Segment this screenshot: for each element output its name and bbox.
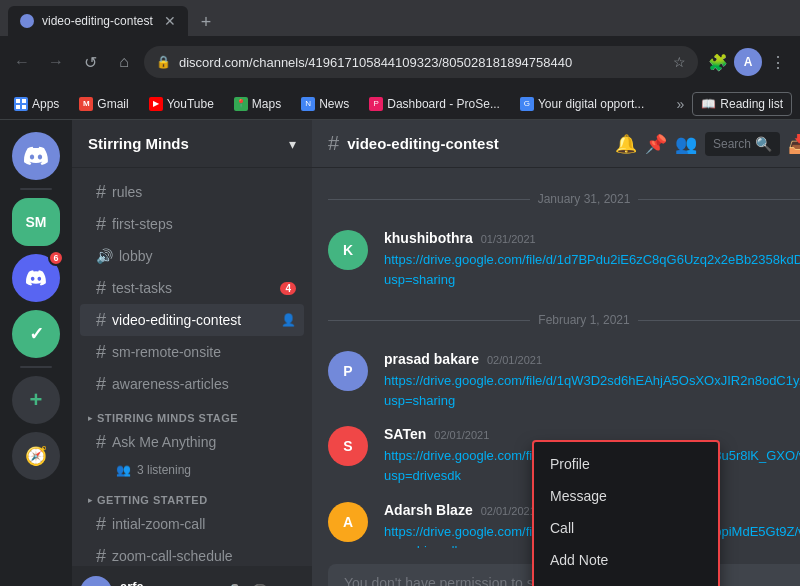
bookmark-news[interactable]: N News xyxy=(295,92,355,116)
notification-icon[interactable]: 🔔 xyxy=(615,133,637,155)
dashboard-favicon: P xyxy=(369,97,383,111)
more-bookmarks-icon[interactable]: » xyxy=(677,96,685,112)
server-stirring-minds[interactable]: SM xyxy=(12,198,60,246)
tab-close-icon[interactable]: ✕ xyxy=(164,13,176,29)
context-menu-item-message[interactable]: Message xyxy=(534,480,718,512)
channel-item-ask-me[interactable]: # Ask Me Anything xyxy=(80,426,304,458)
category-stirring-minds-stage[interactable]: ▸ STIRRING MINDS STAGE xyxy=(72,408,312,426)
link-2[interactable]: https://drive.google.com/file/d/1qW3D2sd… xyxy=(384,373,800,408)
tab-bar: video-editing-contest ✕ + xyxy=(0,0,800,36)
author-3: SATen xyxy=(384,426,426,442)
channel-name-lobby: lobby xyxy=(119,248,296,264)
bookmark-youtube-label: YouTube xyxy=(167,97,214,111)
browser-chrome: video-editing-contest ✕ + ← → ↺ ⌂ 🔒 disc… xyxy=(0,0,800,120)
add-note-label: Add Note xyxy=(550,552,608,568)
tab-title: video-editing-contest xyxy=(42,14,156,28)
bookmark-maps[interactable]: 📍 Maps xyxy=(228,92,287,116)
search-placeholder: Search xyxy=(713,137,751,151)
author-4: Adarsh Blaze xyxy=(384,502,473,518)
date-label: January 31, 2021 xyxy=(538,192,631,206)
server-divider-2 xyxy=(20,366,52,368)
svg-rect-0 xyxy=(16,99,20,103)
channel-item-first-steps[interactable]: # first-steps xyxy=(80,208,304,240)
inbox-icon[interactable]: 📥 xyxy=(788,133,800,155)
home-button[interactable]: ⌂ xyxy=(110,48,138,76)
message-content-2: prasad bakare 02/01/2021 https://drive.g… xyxy=(384,351,800,410)
server-list: SM 6 ✓ + 🧭 xyxy=(0,120,72,586)
members-icon: 👥 xyxy=(116,463,131,477)
bookmark-dashboard[interactable]: P Dashboard - ProSe... xyxy=(363,92,506,116)
message-1: K khushibothra 01/31/2021 https://drive.… xyxy=(328,230,800,289)
avatar-2: P xyxy=(328,351,368,391)
author-2: prasad bakare xyxy=(384,351,479,367)
server-name: Stirring Minds xyxy=(88,135,289,152)
members-toggle-icon[interactable]: 👥 xyxy=(675,133,697,155)
channel-hash-icon: # xyxy=(96,182,106,203)
avatar-3: S xyxy=(328,426,368,466)
mute-icon[interactable]: 🎤 xyxy=(216,578,244,586)
time-3: 02/01/2021 xyxy=(434,429,489,441)
channel-item-rules[interactable]: # rules xyxy=(80,176,304,208)
channel-sidebar: Stirring Minds ▾ # rules # first-steps 🔊… xyxy=(72,120,312,586)
listening-count: 3 listening xyxy=(137,463,296,477)
channel-voice-icon: 🔊 xyxy=(96,248,113,264)
server-discord-home[interactable] xyxy=(12,132,60,180)
search-box[interactable]: Search 🔍 xyxy=(705,132,780,156)
reload-button[interactable]: ↺ xyxy=(76,48,104,76)
deafen-icon[interactable]: 🎧 xyxy=(246,578,274,586)
back-button[interactable]: ← xyxy=(8,48,36,76)
add-server-button[interactable]: + xyxy=(12,376,60,424)
context-menu: Profile Message Call Add Note User Volum… xyxy=(532,440,720,586)
bookmark-apps[interactable]: Apps xyxy=(8,92,65,116)
channel-list: # rules # first-steps 🔊 lobby # test-tas… xyxy=(72,168,312,566)
category-arrow-icon: ▸ xyxy=(88,495,93,505)
channel-name-intial-zoom: intial-zoom-call xyxy=(112,516,296,532)
new-tab-button[interactable]: + xyxy=(192,8,220,36)
category-name-gs: GETTING STARTED xyxy=(97,494,304,506)
settings-icon[interactable]: ⚙ xyxy=(276,578,304,586)
pin-icon[interactable]: 📌 xyxy=(645,133,667,155)
channel-item-sm-remote[interactable]: # sm-remote-onsite xyxy=(80,336,304,368)
channel-header-hash: # xyxy=(328,132,339,155)
channel-item-video-editing-contest[interactable]: # video-editing-contest 👤 xyxy=(80,304,304,336)
bookmark-gmail[interactable]: M Gmail xyxy=(73,92,134,116)
address-bar[interactable]: 🔒 discord.com/channels/41961710584410932… xyxy=(144,46,698,78)
explore-servers-button[interactable]: 🧭 xyxy=(12,432,60,480)
message-content-1: khushibothra 01/31/2021 https://drive.go… xyxy=(384,230,800,289)
bookmarks-bar: Apps M Gmail ▶ YouTube 📍 Maps N News P D… xyxy=(0,88,800,120)
forward-button[interactable]: → xyxy=(42,48,70,76)
discord-app: SM 6 ✓ + 🧭 Stirring Minds ▾ # rules # f xyxy=(0,120,800,586)
channel-hash-icon: # xyxy=(96,278,106,299)
bookmark-youtube[interactable]: ▶ YouTube xyxy=(143,92,220,116)
reading-list-button[interactable]: 📖 Reading list xyxy=(692,92,792,116)
channel-hash-icon: # xyxy=(96,514,106,535)
context-menu-item-add-note[interactable]: Add Note xyxy=(534,544,718,576)
link-1[interactable]: https://drive.google.com/file/d/1d7BPdu2… xyxy=(384,252,800,287)
context-menu-slider-section: User Volume xyxy=(534,576,718,586)
channel-hash-icon: # xyxy=(96,374,106,395)
bookmark-digital[interactable]: G Your digital opport... xyxy=(514,92,650,116)
extensions-icon[interactable]: 🧩 xyxy=(704,48,732,76)
server-header[interactable]: Stirring Minds ▾ xyxy=(72,120,312,168)
category-getting-started[interactable]: ▸ GETTING STARTED xyxy=(72,490,312,508)
channel-item-zoom-schedule[interactable]: # zoom-call-schedule xyxy=(80,540,304,566)
context-menu-item-profile[interactable]: Profile xyxy=(534,448,718,480)
svg-rect-1 xyxy=(22,99,26,103)
reading-list-icon: 📖 xyxy=(701,97,716,111)
active-tab[interactable]: video-editing-contest ✕ xyxy=(8,6,188,36)
channel-item-test-tasks[interactable]: # test-tasks 4 xyxy=(80,272,304,304)
channel-name-video-editing: video-editing-contest xyxy=(112,312,275,328)
category-arrow-icon: ▸ xyxy=(88,413,93,423)
channel-hash-icon: # xyxy=(96,310,106,331)
channel-item-awareness[interactable]: # awareness-articles xyxy=(80,368,304,400)
message-header-2: prasad bakare 02/01/2021 xyxy=(384,351,800,367)
reading-list-label: Reading list xyxy=(720,97,783,111)
profile-avatar[interactable]: A xyxy=(734,48,762,76)
channel-item-lobby[interactable]: 🔊 lobby xyxy=(80,240,304,272)
channel-item-intial-zoom[interactable]: # intial-zoom-call xyxy=(80,508,304,540)
message-label: Message xyxy=(550,488,607,504)
server-icon-4[interactable]: ✓ xyxy=(12,310,60,358)
context-menu-item-call[interactable]: Call xyxy=(534,512,718,544)
message-2: P prasad bakare 02/01/2021 https://drive… xyxy=(328,351,800,410)
menu-icon[interactable]: ⋮ xyxy=(764,48,792,76)
